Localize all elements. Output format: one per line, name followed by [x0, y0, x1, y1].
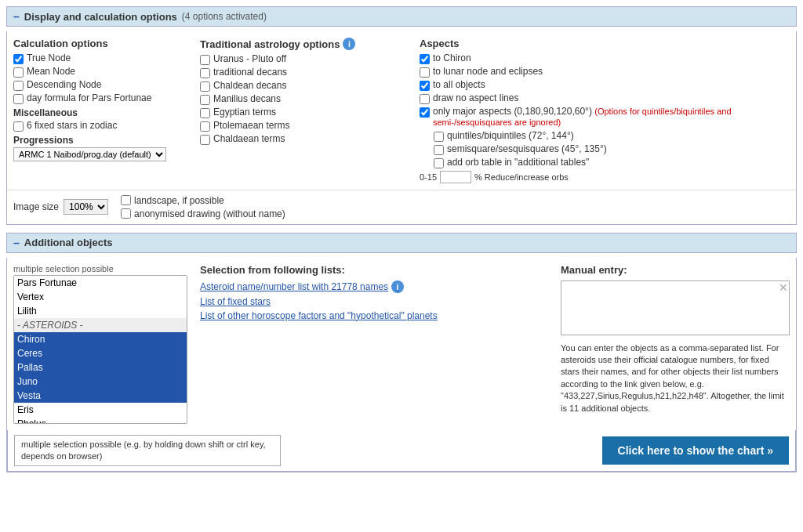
selection-col: Selection from following lists: Asteroid… [194, 264, 554, 424]
chaldean-decans-label: Chaldean decans [213, 80, 286, 91]
list-item[interactable]: Vertex [14, 290, 187, 304]
opt-orb-table: add orb table in "additional tables" [434, 157, 783, 168]
landscape-label[interactable]: landscape, if possible [121, 195, 285, 206]
opt-chaldean-decans: Chaldean decans [200, 80, 407, 92]
manual-textarea[interactable] [561, 280, 790, 335]
mean-node-checkbox[interactable] [13, 67, 24, 78]
landscape-checkbox[interactable] [121, 195, 131, 205]
chaldaean-terms-checkbox[interactable] [200, 135, 210, 145]
opt-semisquare: semisquare/sesquisquares (45°, 135°) [434, 143, 783, 155]
desc-node-checkbox[interactable] [13, 81, 24, 91]
list-item[interactable]: Vesta [14, 389, 187, 403]
trad-decans-checkbox[interactable] [200, 68, 210, 78]
all-objects-checkbox[interactable] [420, 81, 430, 91]
fixed-stars-checkbox[interactable] [13, 121, 24, 132]
asteroid-list-link[interactable]: Asteroid name/number list with 21778 nam… [200, 280, 548, 293]
calc-options-col: Calculation options True Node Mean Node … [13, 38, 194, 183]
ptolemaean-terms-label: Ptolemaean terms [213, 120, 289, 131]
image-size-label: Image size [13, 201, 59, 212]
additional-section: – Additional objects multiple selection … [6, 233, 797, 473]
manual-entry-header: Manual entry: [561, 264, 790, 276]
opt-egyptian-terms: Egyptian terms [200, 107, 407, 118]
to-chiron-checkbox[interactable] [420, 54, 430, 64]
uranus-pluto-checkbox[interactable] [200, 55, 210, 65]
other-factors-link[interactable]: List of other horoscope factors and "hyp… [200, 310, 548, 321]
opt-no-aspect-lines: draw no aspect lines [420, 92, 783, 104]
hint-box: multiple selection possible (e.g. by hol… [14, 435, 281, 467]
list-item[interactable]: Chiron [14, 332, 187, 346]
chaldean-decans-checkbox[interactable] [200, 81, 210, 92]
orb-table-label: add orb table in "additional tables" [447, 157, 589, 168]
orb-input[interactable] [440, 171, 471, 183]
semisquare-label: semisquare/sesquisquares (45°, 135°) [447, 143, 607, 154]
collapse-icon[interactable]: – [13, 10, 20, 23]
orb-row: 0-15 % Reduce/increase orbs [420, 171, 783, 183]
landscape-col: landscape, if possible anonymised drawin… [121, 195, 285, 219]
all-objects-label: to all objects [433, 79, 485, 90]
trad-options-title: Traditional astrology options [200, 38, 340, 50]
listbox-col: multiple selection possible Pars Fortuna… [13, 264, 194, 424]
additional-section-title: Additional objects [24, 237, 113, 248]
list-item[interactable]: Juno [14, 375, 187, 389]
quintiles-label: quintiles/biquintiles (72°, 144°) [447, 130, 574, 141]
egyptian-terms-checkbox[interactable] [200, 108, 210, 118]
quintiles-checkbox[interactable] [434, 132, 444, 142]
manual-description: You can enter the objects as a comma-sep… [561, 342, 790, 414]
list-item[interactable]: Ceres [14, 346, 187, 360]
manilius-decans-checkbox[interactable] [200, 95, 210, 105]
true-node-label: True Node [27, 52, 71, 63]
list-item[interactable]: Pars Fortunae [14, 276, 187, 290]
opt-manilius-decans: Manilius decans [200, 93, 407, 105]
list-item[interactable]: Pholus [14, 417, 187, 424]
major-aspects-checkbox[interactable] [420, 107, 430, 118]
trad-options-col: Traditional astrology options i Uranus -… [194, 38, 413, 183]
pars-fortunae-label: day formula for Pars Fortunae [27, 92, 151, 103]
selection-header: Selection from following lists: [200, 264, 548, 276]
additional-grid: multiple selection possible Pars Fortuna… [7, 258, 796, 430]
orb-suffix: % Reduce/increase orbs [474, 172, 569, 182]
orb-table-checkbox[interactable] [434, 158, 444, 168]
list-item[interactable]: Lilith [14, 304, 187, 318]
true-node-checkbox[interactable] [13, 54, 24, 64]
additional-collapse-icon[interactable]: – [13, 237, 20, 249]
pars-fortunae-checkbox[interactable] [13, 94, 24, 104]
semisquare-checkbox[interactable] [434, 145, 444, 155]
image-size-select[interactable]: 100% 50% 75% 125% 150% 200% [64, 199, 108, 215]
textarea-wrapper: ✕ [561, 280, 790, 338]
calc-options-header: Calculation options [13, 38, 187, 49]
opt-ptolemaean-terms: Ptolemaean terms [200, 120, 407, 132]
fixed-stars-link[interactable]: List of fixed stars [200, 296, 548, 307]
opt-trad-decans: traditional decans [200, 67, 407, 78]
opt-chaldaean-terms: Chaldaean terms [200, 133, 407, 145]
no-aspect-lines-checkbox[interactable] [420, 94, 430, 104]
ptolemaean-terms-checkbox[interactable] [200, 121, 210, 132]
opt-quintiles: quintiles/biquintiles (72°, 144°) [434, 130, 783, 142]
anon-text: anonymised drawing (without name) [134, 208, 285, 219]
trad-info-icon[interactable]: i [343, 38, 355, 50]
chaldaean-terms-label: Chaldaean terms [213, 133, 285, 144]
display-count: (4 options activated) [182, 11, 267, 22]
objects-listbox[interactable]: Pars Fortunae Vertex Lilith - ASTEROIDS … [13, 275, 187, 424]
opt-major-aspects: only major aspects (0,180,90,120,60°) (O… [420, 106, 783, 128]
opt-fixed-stars: 6 fixed stars in zodiac [13, 120, 187, 132]
opt-true-node: True Node [13, 52, 187, 64]
clear-textarea-button[interactable]: ✕ [779, 282, 788, 293]
asteroid-list-text: Asteroid name/number list with 21778 nam… [200, 281, 388, 292]
anon-label[interactable]: anonymised drawing (without name) [121, 208, 285, 219]
major-aspects-label: only major aspects (0,180,90,120,60°) (O… [433, 106, 783, 128]
to-chiron-label: to Chiron [433, 52, 471, 63]
opt-desc-node: Descending Node [13, 79, 187, 91]
misc-header: Miscellaneous [13, 107, 187, 118]
list-item[interactable]: Eris [14, 403, 187, 417]
aspects-col: Aspects to Chiron to lunar node and ecli… [413, 38, 790, 183]
egyptian-terms-label: Egyptian terms [213, 107, 276, 118]
show-chart-button[interactable]: Click here to show the chart » [602, 436, 789, 465]
anon-checkbox[interactable] [121, 208, 131, 219]
asteroid-info-icon[interactable]: i [391, 280, 404, 293]
progressions-select[interactable]: ARMC 1 Naibod/prog.day (default) [13, 147, 166, 161]
opt-lunar-node: to lunar node and eclipses [420, 66, 783, 78]
image-size-row: Image size 100% 50% 75% 125% 150% 200% l… [7, 190, 796, 224]
list-item[interactable]: Pallas [14, 360, 187, 375]
lunar-node-checkbox[interactable] [420, 67, 430, 78]
display-section-title: Display and calculation options [24, 11, 177, 23]
